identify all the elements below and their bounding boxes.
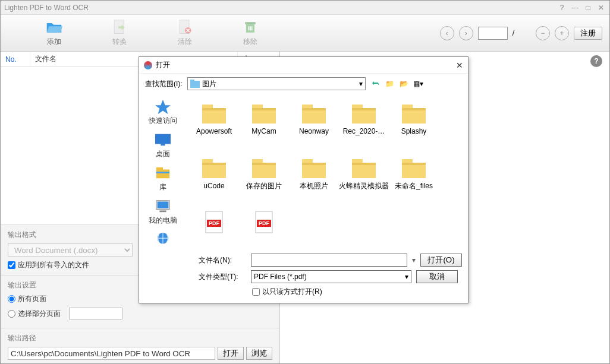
- filetype-label: 文件类型(T):: [199, 272, 246, 282]
- folder-item[interactable]: MyCam: [239, 97, 289, 152]
- svg-rect-42: [302, 163, 326, 165]
- svg-text:PDF: PDF: [209, 220, 220, 226]
- up-one-level-icon[interactable]: 📁: [385, 78, 395, 89]
- folder-item[interactable]: 保存的图片: [239, 152, 289, 207]
- folder-name: 未命名_files: [395, 182, 433, 190]
- next-page-button[interactable]: ›: [459, 26, 473, 40]
- open-file-dialog: 打开 ✕ 查找范围(I): 图片 ▾ ⮪ 📁 📂 ▦▾ 快速访问 桌面: [139, 56, 468, 303]
- apply-all-label: 应用到所有导入的文件: [18, 260, 89, 270]
- select-pages-label: 选择部分页面: [18, 309, 61, 319]
- computer-icon: [154, 198, 172, 214]
- minimize-icon[interactable]: —: [570, 3, 580, 12]
- view-menu-icon[interactable]: ▦▾: [413, 78, 424, 89]
- pdf-icon: PDF: [250, 210, 278, 234]
- svg-rect-11: [161, 144, 165, 145]
- folder-icon: [300, 156, 328, 179]
- dialog-title: 打开: [156, 60, 170, 70]
- place-desktop[interactable]: 桌面: [154, 132, 172, 159]
- place-network[interactable]: 网络: [154, 232, 172, 250]
- folder-name: 火蜂精灵模拟器: [339, 182, 389, 190]
- filetype-select[interactable]: PDF Files (*.pdf)▾: [251, 270, 411, 283]
- add-label: 添加: [47, 37, 61, 47]
- back-icon[interactable]: ⮪: [370, 78, 381, 89]
- help-button[interactable]: ?: [590, 55, 602, 67]
- clear-label: 清除: [178, 37, 192, 47]
- folder-name: Neonway: [299, 127, 329, 135]
- folder-item[interactable]: 火蜂精灵模拟器: [339, 152, 389, 207]
- svg-rect-45: [352, 163, 376, 165]
- convert-button[interactable]: 转换: [90, 19, 149, 47]
- folder-item[interactable]: Splashy: [389, 97, 439, 152]
- dialog-open-button[interactable]: 打开(O): [420, 254, 462, 267]
- output-format-select[interactable]: Word Document (.docx): [8, 243, 133, 257]
- folder-item[interactable]: 未命名_files: [389, 152, 439, 207]
- all-pages-label: 所有页面: [18, 294, 46, 304]
- remove-button[interactable]: 移除: [221, 19, 280, 47]
- clear-button[interactable]: 清除: [155, 19, 215, 47]
- app-title: Lighten PDF to Word OCR: [4, 4, 89, 12]
- svg-rect-13: [156, 167, 163, 171]
- folder-icon: [250, 156, 278, 179]
- zoom-in-button[interactable]: +: [555, 26, 569, 40]
- svg-rect-8: [190, 80, 194, 81]
- col-no[interactable]: No.: [1, 52, 30, 67]
- folder-open-icon: [46, 19, 62, 36]
- library-icon: [154, 165, 172, 181]
- lookin-select[interactable]: 图片 ▾: [187, 77, 366, 90]
- register-button[interactable]: 注册: [574, 27, 602, 40]
- pdf-file-item[interactable]: PDF: [189, 207, 239, 250]
- open-path-button[interactable]: 打开: [218, 347, 244, 360]
- browse-button[interactable]: 浏览: [246, 347, 272, 360]
- page-sep: /: [512, 29, 514, 37]
- apply-all-checkbox[interactable]: [8, 261, 15, 269]
- folder-item[interactable]: 本机照片: [289, 152, 339, 207]
- place-library[interactable]: 库: [154, 165, 172, 192]
- help-icon[interactable]: ?: [557, 3, 567, 12]
- svg-rect-17: [159, 210, 166, 212]
- folder-name: uCode: [203, 182, 224, 190]
- svg-rect-27: [302, 108, 326, 110]
- folder-item[interactable]: Rec_2020-…: [339, 97, 389, 152]
- output-path-label: 输出路径: [8, 333, 272, 343]
- zoom-out-button[interactable]: −: [536, 26, 550, 40]
- close-icon[interactable]: ✕: [596, 3, 606, 12]
- maximize-icon[interactable]: □: [583, 3, 593, 12]
- filename-label: 文件名(N):: [199, 255, 246, 265]
- output-path-panel: 输出路径 打开 浏览: [1, 328, 279, 364]
- output-path-input[interactable]: [8, 347, 215, 360]
- folder-icon: [300, 101, 328, 125]
- new-folder-icon[interactable]: 📂: [399, 78, 410, 89]
- folder-name: Apowersoft: [196, 127, 232, 135]
- page-number-input[interactable]: [478, 27, 508, 40]
- place-quick-access[interactable]: 快速访问: [149, 99, 177, 126]
- svg-rect-39: [252, 163, 276, 165]
- places-bar: 快速访问 桌面 库 我的电脑 网络: [139, 94, 187, 250]
- svg-rect-7: [190, 81, 200, 88]
- folder-item[interactable]: Apowersoft: [189, 97, 239, 152]
- svg-rect-30: [352, 108, 376, 110]
- dialog-cancel-button[interactable]: 取消: [416, 270, 458, 283]
- prev-page-button[interactable]: ‹: [440, 26, 454, 40]
- document-clear-icon: [177, 19, 193, 36]
- network-icon: [154, 232, 172, 247]
- folder-icon: [200, 156, 228, 179]
- folder-icon: [400, 156, 428, 179]
- titlebar: Lighten PDF to Word OCR ? — □ ✕: [1, 1, 609, 15]
- file-browser[interactable]: ApowersoftMyCamNeonwayRec_2020-…Splashyu…: [187, 94, 468, 250]
- svg-text:PDF: PDF: [259, 220, 270, 226]
- pdf-icon: PDF: [200, 210, 228, 234]
- filename-input[interactable]: [251, 254, 407, 267]
- pdf-file-item[interactable]: PDF: [239, 207, 289, 250]
- folder-item[interactable]: uCode: [189, 152, 239, 207]
- all-pages-radio[interactable]: [8, 295, 15, 303]
- main-toolbar: 添加 转换 清除 移除 ‹ › / − + 注册: [1, 15, 609, 52]
- add-button[interactable]: 添加: [24, 19, 84, 47]
- readonly-checkbox[interactable]: [252, 288, 260, 296]
- select-pages-radio[interactable]: [8, 310, 15, 318]
- dialog-close-icon[interactable]: ✕: [456, 61, 463, 70]
- page-range-input[interactable]: [69, 308, 122, 319]
- place-computer[interactable]: 我的电脑: [149, 198, 177, 226]
- folder-name: Splashy: [401, 127, 427, 135]
- folder-item[interactable]: Neonway: [289, 97, 339, 152]
- svg-rect-48: [402, 163, 426, 165]
